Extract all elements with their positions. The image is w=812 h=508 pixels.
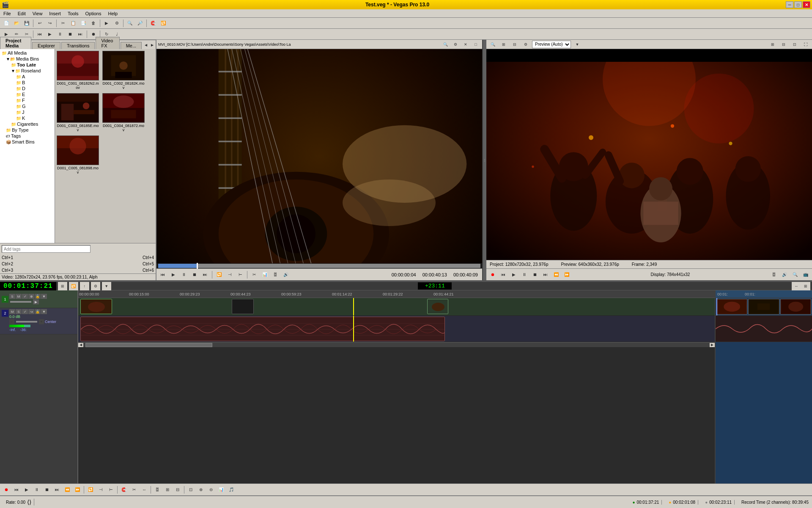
bt-snap[interactable]: 🧲 (119, 486, 129, 494)
preview-splitter[interactable]: ⋮ (483, 40, 486, 280)
tl-settings[interactable]: ⚙ (91, 282, 100, 290)
vt-lock[interactable]: 🔓 (35, 294, 41, 299)
prog-mode[interactable]: ⊟ (510, 40, 519, 49)
bt-ext4[interactable]: 🎵 (227, 486, 236, 494)
thumb-item-1[interactable]: D001_C001_08182N2.mov (57, 51, 99, 90)
bt-step-back[interactable]: ⏪ (63, 486, 72, 494)
tab-project-media[interactable]: Project Media (0, 37, 31, 49)
menu-tools[interactable]: Tools (64, 10, 82, 17)
prog-step-fwd[interactable]: ⏩ (562, 271, 571, 279)
prog-ext3[interactable]: ⊡ (790, 40, 799, 49)
save-button[interactable]: 💾 (22, 19, 31, 28)
preview-quality-select[interactable]: Preview (Auto) (532, 41, 571, 48)
tab-transitions[interactable]: Transitions (61, 42, 95, 49)
vt-opacity-slider[interactable] (10, 301, 31, 303)
tags-input[interactable] (2, 245, 91, 253)
tree-all-media[interactable]: 📁All Media (1, 50, 54, 56)
tab-next[interactable]: ▶ (149, 41, 156, 49)
prog-snap[interactable]: ⊞ (499, 40, 508, 49)
scroll-right-btn[interactable]: ▶ (710, 343, 715, 347)
vt-collapse[interactable]: ▼ (41, 294, 47, 299)
bt-norm[interactable]: ⊡ (186, 486, 195, 494)
trim-expand[interactable]: □ (471, 40, 480, 49)
bt-step-fwd[interactable]: ⏩ (73, 486, 82, 494)
bt-go-end[interactable]: ⏭ (52, 486, 62, 494)
tree-media-bins[interactable]: ▼📂Media Bins (1, 56, 54, 62)
prog-zoom[interactable]: 🔍 (488, 40, 497, 49)
audio-clip-1[interactable] (80, 317, 445, 341)
at-vol-down[interactable]: - (9, 319, 14, 324)
bt-mark-out[interactable]: ⊢ (106, 486, 115, 494)
menu-options[interactable]: Options (82, 10, 105, 17)
redo-button[interactable]: ↪ (45, 19, 55, 28)
video-clip-3[interactable] (427, 299, 448, 314)
prog-rec[interactable]: ⏺ (488, 271, 497, 279)
tree-folder-f[interactable]: 📁F (1, 97, 54, 103)
zoom-in-button[interactable]: 🔍 (125, 19, 134, 28)
bt-record[interactable]: ⏺ (2, 486, 11, 494)
at-lock[interactable]: 🔓 (35, 309, 41, 314)
thumb-item-5[interactable]: D001_C005_081898.mov (57, 135, 99, 174)
close-button[interactable]: ✕ (803, 1, 810, 8)
menu-edit[interactable]: Edit (14, 10, 29, 17)
trim-pause[interactable]: ⏸ (179, 271, 189, 279)
tree-roseland[interactable]: ▼📁Roseland (1, 68, 54, 74)
trim-close[interactable]: ✕ (461, 40, 470, 49)
prog-options[interactable]: ▼ (573, 40, 582, 49)
video-clip-1[interactable] (80, 299, 112, 314)
scroll-left-btn[interactable]: ◀ (78, 343, 83, 347)
tree-folder-k[interactable]: 📁K (1, 115, 54, 121)
bt-mark-in[interactable]: ⊣ (96, 486, 105, 494)
properties-button[interactable]: ⚙ (112, 19, 121, 28)
menu-insert[interactable]: Insert (46, 10, 64, 17)
tree-folder-g[interactable]: 📁G (1, 103, 54, 109)
bt-ext3[interactable]: 📊 (217, 486, 226, 494)
snap-button[interactable]: 🧲 (148, 19, 158, 28)
tree-folder-a[interactable]: 📁A (1, 74, 54, 80)
trim-split[interactable]: ✂ (250, 271, 259, 279)
bt-go-start[interactable]: ⏮ (12, 486, 21, 494)
open-button[interactable]: 📂 (12, 19, 21, 28)
timeline-hscroll[interactable]: ◀ ▶ (78, 342, 715, 347)
prog-ext2[interactable]: ⊟ (779, 40, 788, 49)
trim-mark-out[interactable]: ⊢ (236, 271, 245, 279)
bt-stop[interactable]: ⏹ (42, 486, 52, 494)
tree-too-late[interactable]: 📁Too Late (1, 62, 54, 68)
prog-step-back[interactable]: ⏪ (551, 271, 561, 279)
bt-merge[interactable]: ⊟ (173, 486, 182, 494)
menu-view[interactable]: View (29, 10, 46, 17)
render-button[interactable]: ▶ (102, 19, 111, 28)
trim-mark-in[interactable]: ⊣ (225, 271, 234, 279)
at-solo[interactable]: S (16, 309, 22, 314)
prog-fullscreen[interactable]: ⛶ (801, 40, 810, 49)
vt-expand[interactable]: ▶ (33, 299, 39, 304)
prog-settings[interactable]: ⚙ (521, 40, 530, 49)
rewind-button[interactable]: ⏮ (35, 30, 44, 39)
trim-fx[interactable]: 🎛 (271, 271, 280, 279)
play-button[interactable]: ▶ (45, 30, 55, 39)
minimize-button[interactable]: ─ (786, 1, 793, 8)
bt-ripple[interactable]: ↔ (140, 486, 149, 494)
vt-fx[interactable]: ✓ (22, 294, 28, 299)
tree-by-type[interactable]: 📁By Type (1, 127, 54, 133)
vt-mute[interactable]: M (16, 294, 22, 299)
prog-ext1[interactable]: ⊞ (768, 40, 777, 49)
trim-go-start[interactable]: ⏮ (158, 271, 167, 279)
at-mute[interactable]: M (9, 309, 15, 314)
delete-button[interactable]: 🗑 (89, 19, 98, 28)
paste-button[interactable]: 📑 (79, 19, 88, 28)
menu-help[interactable]: Help (104, 10, 121, 17)
pause-button[interactable]: ⏸ (55, 30, 65, 39)
at-vol-slider[interactable] (16, 321, 37, 323)
vt-composite[interactable]: ⊕ (28, 294, 34, 299)
prog-fwd[interactable]: ⏭ (541, 271, 550, 279)
tl-more[interactable]: ▼ (102, 282, 111, 290)
bt-play[interactable]: ▶ (22, 486, 31, 494)
tab-video-fx[interactable]: Video FX (96, 37, 119, 49)
trim-loop[interactable]: 🔁 (214, 271, 224, 279)
forward-button[interactable]: ⏭ (76, 30, 85, 39)
prog-ext-mon[interactable]: 📺 (801, 271, 810, 279)
bt-ext2[interactable]: ⊖ (206, 486, 216, 494)
tr-clip-1[interactable] (716, 299, 747, 315)
prog-play[interactable]: ▶ (509, 271, 518, 279)
